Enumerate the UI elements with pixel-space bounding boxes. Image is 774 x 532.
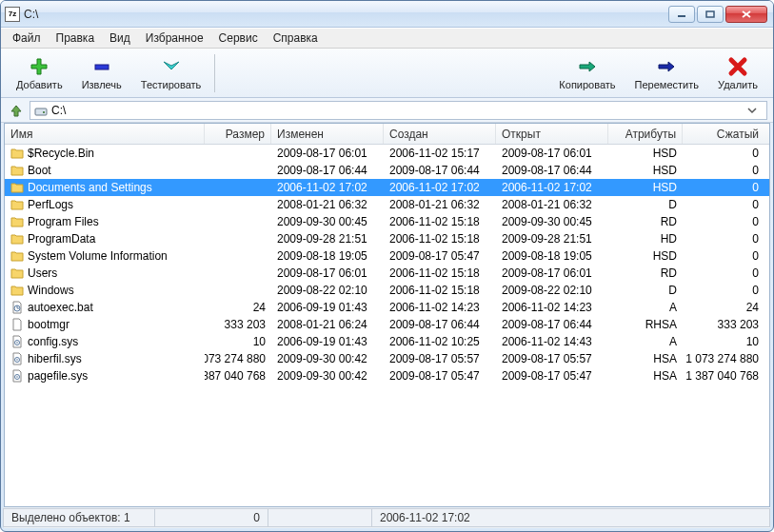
- up-button[interactable]: [7, 101, 26, 120]
- col-size[interactable]: Размер: [205, 124, 271, 144]
- table-row[interactable]: Users2009-08-17 06:012006-11-02 15:18200…: [5, 265, 769, 282]
- folder-icon: [10, 284, 24, 297]
- table-row[interactable]: pagefile.sys1 387 040 7682009-09-30 00:4…: [5, 367, 769, 384]
- bat-icon: [10, 301, 24, 314]
- test-button[interactable]: Тестировать: [131, 53, 211, 92]
- table-row[interactable]: bootmgr333 2032008-01-21 06:242009-08-17…: [5, 316, 769, 333]
- file-created: 2009-08-17 06:44: [384, 164, 496, 177]
- copy-arrow-icon: [576, 55, 599, 78]
- file-accessed: 2006-11-02 14:23: [496, 301, 608, 314]
- columns-header: Имя Размер Изменен Создан Открыт Атрибут…: [5, 124, 769, 145]
- minus-icon: [90, 55, 113, 78]
- file-created: 2006-11-02 10:25: [384, 335, 496, 348]
- close-button[interactable]: [725, 6, 767, 23]
- file-attr: RD: [608, 266, 683, 280]
- app-icon: 7z: [5, 7, 20, 22]
- menu-edit[interactable]: Правка: [49, 30, 103, 47]
- move-button[interactable]: Переместить: [625, 53, 708, 92]
- file-created: 2006-11-02 15:18: [384, 215, 496, 228]
- file-modified: 2009-09-30 00:45: [271, 215, 384, 228]
- file-attr: D: [608, 198, 683, 211]
- menu-favorites[interactable]: Избранное: [138, 30, 211, 47]
- file-modified: 2009-09-28 21:51: [271, 232, 384, 246]
- file-modified: 2009-08-18 19:05: [271, 249, 384, 263]
- file-packed: 10: [683, 335, 764, 348]
- table-row[interactable]: hiberfil.sys1 073 274 8802009-09-30 00:4…: [5, 350, 769, 367]
- file-accessed: 2009-08-17 06:01: [496, 266, 608, 280]
- address-input[interactable]: C:\: [30, 101, 767, 120]
- svg-rect-4: [95, 65, 109, 69]
- file-modified: 2009-08-17 06:01: [271, 266, 384, 280]
- file-packed: 0: [683, 215, 764, 228]
- col-attributes[interactable]: Атрибуты: [608, 124, 683, 144]
- col-created[interactable]: Создан: [384, 124, 496, 144]
- file-accessed: 2009-08-17 06:44: [496, 318, 608, 331]
- titlebar[interactable]: 7z C:\: [1, 1, 773, 28]
- menu-tools[interactable]: Сервис: [211, 30, 266, 47]
- window-frame: 7z C:\ Файл Правка Вид Избранное Сервис …: [0, 0, 774, 532]
- file-list[interactable]: $Recycle.Bin2009-08-17 06:012006-11-02 1…: [5, 145, 769, 506]
- table-row[interactable]: $Recycle.Bin2009-08-17 06:012006-11-02 1…: [5, 145, 769, 162]
- menu-help[interactable]: Справка: [266, 30, 326, 47]
- add-button[interactable]: Добавить: [7, 53, 72, 92]
- file-packed: 0: [683, 232, 764, 246]
- file-packed: 24: [683, 301, 764, 314]
- menu-file[interactable]: Файл: [5, 30, 49, 47]
- table-row[interactable]: autoexec.bat242006-09-19 01:432006-11-02…: [5, 299, 769, 316]
- file-accessed: 2009-09-28 21:51: [496, 232, 608, 246]
- col-accessed[interactable]: Открыт: [496, 124, 608, 144]
- file-packed: 1 073 274 880: [683, 352, 764, 365]
- file-size: 1 387 040 768: [205, 369, 271, 383]
- file-packed: 0: [683, 181, 764, 194]
- file-attr: HSA: [608, 352, 683, 365]
- table-row[interactable]: PerfLogs2008-01-21 06:322008-01-21 06:32…: [5, 196, 769, 213]
- copy-button[interactable]: Копировать: [549, 53, 625, 92]
- address-bar: C:\: [1, 98, 773, 123]
- file-accessed: 2009-09-30 00:45: [496, 215, 608, 228]
- file-name: $Recycle.Bin: [28, 147, 94, 160]
- toolbar-separator: [214, 54, 215, 92]
- chevron-down-icon[interactable]: [747, 106, 763, 115]
- menu-view[interactable]: Вид: [102, 30, 138, 47]
- copy-label: Копировать: [559, 79, 615, 90]
- table-row[interactable]: Program Files2009-09-30 00:452006-11-02 …: [5, 213, 769, 230]
- minimize-button[interactable]: [668, 6, 695, 23]
- file-accessed: 2006-11-02 17:02: [496, 181, 608, 194]
- sys-icon: [10, 335, 24, 348]
- file-attr: HSD: [608, 249, 683, 263]
- table-row[interactable]: Windows2009-08-22 02:102006-11-02 15:182…: [5, 282, 769, 299]
- file-area: Имя Размер Изменен Создан Открыт Атрибут…: [4, 123, 770, 507]
- svg-rect-1: [706, 11, 714, 17]
- file-accessed: 2009-08-22 02:10: [496, 284, 608, 297]
- folder-icon: [10, 181, 24, 194]
- file-name: Users: [28, 266, 57, 280]
- table-row[interactable]: config.sys102006-09-19 01:432006-11-02 1…: [5, 333, 769, 350]
- delete-label: Удалить: [718, 79, 758, 90]
- table-row[interactable]: Boot2009-08-17 06:442009-08-17 06:442009…: [5, 162, 769, 179]
- file-name: PerfLogs: [28, 198, 73, 211]
- table-row[interactable]: Documents and Settings2006-11-02 17:0220…: [5, 179, 769, 196]
- file-accessed: 2008-01-21 06:32: [496, 198, 608, 211]
- file-created: 2006-11-02 14:23: [384, 301, 496, 314]
- svg-point-9: [16, 342, 18, 344]
- file-created: 2008-01-21 06:32: [384, 198, 496, 211]
- delete-x-icon: [726, 55, 749, 78]
- extract-button[interactable]: Извлечь: [72, 53, 131, 92]
- delete-button[interactable]: Удалить: [708, 53, 767, 92]
- col-modified[interactable]: Изменен: [271, 124, 384, 144]
- file-name: bootmgr: [28, 318, 69, 331]
- maximize-button[interactable]: [697, 6, 724, 23]
- folder-icon: [10, 215, 24, 228]
- file-size: 10: [205, 335, 271, 348]
- table-row[interactable]: System Volume Information2009-08-18 19:0…: [5, 247, 769, 265]
- file-accessed: 2009-08-17 06:01: [496, 147, 608, 160]
- folder-icon: [10, 249, 24, 263]
- file-created: 2006-11-02 15:18: [384, 266, 496, 280]
- col-name[interactable]: Имя: [5, 124, 205, 144]
- folder-icon: [10, 232, 24, 246]
- file-created: 2006-11-02 15:17: [384, 147, 496, 160]
- col-packed[interactable]: Сжатый: [683, 124, 764, 144]
- table-row[interactable]: ProgramData2009-09-28 21:512006-11-02 15…: [5, 230, 769, 247]
- file-name: Program Files: [28, 215, 99, 228]
- status-selected: Выделено объектов: 1: [3, 508, 155, 527]
